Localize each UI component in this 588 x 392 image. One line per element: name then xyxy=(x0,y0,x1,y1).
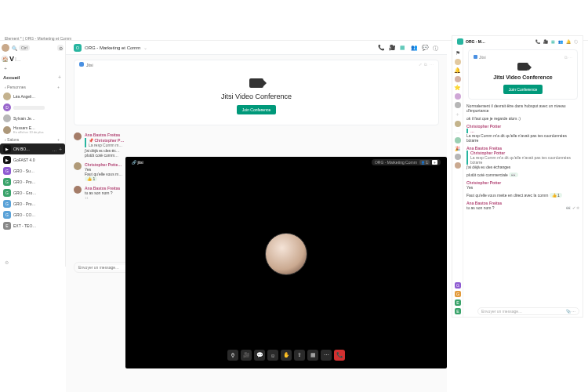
add-icon[interactable]: ＋ xyxy=(455,111,460,118)
rooms-heading[interactable]: ‹ Salons ＋ xyxy=(0,136,65,143)
info-icon[interactable]: ⓘ xyxy=(574,39,578,44)
avatar[interactable] xyxy=(455,93,461,100)
plus-icon[interactable]: ＋ xyxy=(57,74,62,81)
bell-icon[interactable]: 🔔 xyxy=(566,39,571,44)
plus-icon[interactable]: ＋ xyxy=(56,85,60,89)
room-row[interactable]: EEXT - TEO… xyxy=(0,220,65,231)
reaction-badge[interactable]: 👀 xyxy=(509,172,518,177)
add-icon[interactable]: ＋ xyxy=(2,65,9,71)
video-tile-self xyxy=(265,233,307,275)
profile-avatar[interactable] xyxy=(2,44,9,52)
message-text: Faut qu'elle vous mette en direct avec l… xyxy=(466,193,548,198)
info-icon[interactable]: ⓘ xyxy=(433,45,439,51)
people-icon[interactable]: 👥 xyxy=(558,39,563,44)
workspace-logo: V xyxy=(9,55,13,63)
room-name: GRO - CO… xyxy=(13,212,35,217)
person-row[interactable]: Hussam E…En afficher 10 de plus xyxy=(0,124,65,136)
room-name: GoFAST 4.0 xyxy=(13,158,34,162)
room-name: EXT - TEO… xyxy=(13,223,36,228)
video-icon[interactable]: 🎥 xyxy=(389,45,395,51)
chat-icon[interactable]: 💬 xyxy=(422,45,428,51)
room-badge: ▶ xyxy=(3,145,11,153)
smile-button[interactable]: ☺ xyxy=(267,350,278,361)
expand-icon[interactable]: ⤢ xyxy=(419,62,422,67)
mini-jitsi-widget: Jitsi ⧉ ⋯ Jitsi Video Conference Join Co… xyxy=(468,49,578,100)
grid-icon[interactable]: ▦ xyxy=(551,39,555,44)
room-row[interactable]: ▶ON BO…… + xyxy=(0,143,65,154)
hand-button[interactable]: ✋ xyxy=(281,350,292,361)
avatar xyxy=(3,93,11,100)
avatar[interactable] xyxy=(455,162,461,169)
jitsi-title: Jitsi Video Conference xyxy=(221,93,292,100)
people-icon[interactable]: 👥 xyxy=(411,45,417,51)
gear-icon[interactable]: ⚙ xyxy=(3,259,9,265)
room-name: GRO - Pro… xyxy=(13,201,36,206)
chevron-down-icon[interactable]: ⌄ xyxy=(143,45,147,50)
room-row[interactable]: GGRO - Pro… xyxy=(0,198,65,209)
invite-icon[interactable]: ＋ xyxy=(432,160,437,165)
plus-icon[interactable]: ＋ xyxy=(56,137,60,142)
join-button[interactable]: Join Conference xyxy=(237,105,276,114)
search-icon[interactable]: 🔍 xyxy=(11,45,17,51)
avatar[interactable] xyxy=(455,76,461,82)
room-row[interactable]: ▶GoFAST 4.0 xyxy=(0,154,65,165)
cam-button[interactable]: 🎥 xyxy=(241,350,252,361)
room-badge: G xyxy=(3,189,11,197)
popout-icon[interactable]: ⧉ xyxy=(564,55,568,60)
phone-icon[interactable]: 📞 xyxy=(378,45,384,51)
message-text: tu as son nom ? xyxy=(466,205,495,210)
room-badge[interactable]: G xyxy=(455,282,461,289)
join-button[interactable]: Join Conference xyxy=(503,85,543,94)
shortcut-pill: Ctrl xyxy=(19,45,30,51)
more-button[interactable]: ⋯ xyxy=(321,350,332,361)
room-row[interactable]: GGRO - Su… xyxy=(0,165,65,176)
home-icon[interactable]: 🏠 xyxy=(2,56,8,62)
mini-composer[interactable]: Envoyer un message… 📎 ⋯ xyxy=(477,307,579,315)
room-avatar-mini xyxy=(457,38,463,45)
bell-icon[interactable]: 🔔 xyxy=(454,67,461,74)
room-badge[interactable]: G xyxy=(455,291,461,297)
message-text: Yes xyxy=(466,185,473,190)
room-name: GRO - Gro… xyxy=(13,191,36,195)
star-icon[interactable]: ⭐ xyxy=(454,85,461,91)
person-row[interactable]: Sylvain Je… xyxy=(0,113,65,124)
grid-button[interactable]: ▦ xyxy=(307,350,318,361)
room-badge: ▶ xyxy=(3,156,11,164)
room-name: GRO - Pro… xyxy=(13,180,36,184)
avatar[interactable] xyxy=(455,137,461,143)
room-badge: G xyxy=(3,211,11,219)
person-row[interactable]: Léa Angeli… xyxy=(0,91,65,102)
settings-icon[interactable]: ⚙ xyxy=(57,45,64,51)
room-badge: E xyxy=(3,222,11,230)
reaction-badge[interactable]: 👍 1 xyxy=(550,193,562,198)
message-text: La resp Comm m'a dit qu'elle n'avait pas… xyxy=(466,133,567,143)
more-icon[interactable]: ⋯ xyxy=(568,55,572,60)
home-section[interactable]: Accueil ＋ xyxy=(0,71,65,83)
share-button[interactable]: ⇪ xyxy=(294,350,305,361)
sender-name: Ana Bastos Freitas xyxy=(85,132,120,137)
thread-icon[interactable]: ⚑ xyxy=(456,50,460,56)
avatar[interactable] xyxy=(455,102,461,108)
hangup-button[interactable]: 📞 xyxy=(334,350,345,361)
person-row[interactable]: D xyxy=(0,102,65,113)
room-badge[interactable]: E xyxy=(455,299,461,306)
people-heading[interactable]: ‹ Personnes ＋ xyxy=(0,83,65,91)
popout-icon[interactable]: ⧉ xyxy=(424,62,427,67)
room-row[interactable]: GGRO - Pro… xyxy=(0,176,65,187)
chat-button[interactable]: 💬 xyxy=(254,350,265,361)
room-row[interactable]: GGRO - Gro… xyxy=(0,187,65,198)
avatar[interactable] xyxy=(455,59,461,65)
avatar[interactable] xyxy=(455,154,461,160)
room-badge: G xyxy=(3,178,11,186)
mini-message: Ana Bastos FreitasChristopher PotterLa r… xyxy=(466,144,579,171)
room-badge[interactable]: E xyxy=(455,308,461,314)
grid-icon[interactable]: ▦ xyxy=(400,45,406,51)
room-row[interactable]: GGRO - CO… xyxy=(0,209,65,220)
video-icon[interactable]: 🎥 xyxy=(543,39,548,44)
reaction-badge[interactable]: 👍 1 xyxy=(85,176,97,181)
phone-icon[interactable]: 📞 xyxy=(535,39,540,44)
avatar[interactable] xyxy=(455,121,461,127)
more-icon[interactable]: ⋯ xyxy=(430,62,434,67)
jitsi-logo-icon xyxy=(79,62,84,67)
mic-button[interactable]: 🎙 xyxy=(227,350,238,361)
